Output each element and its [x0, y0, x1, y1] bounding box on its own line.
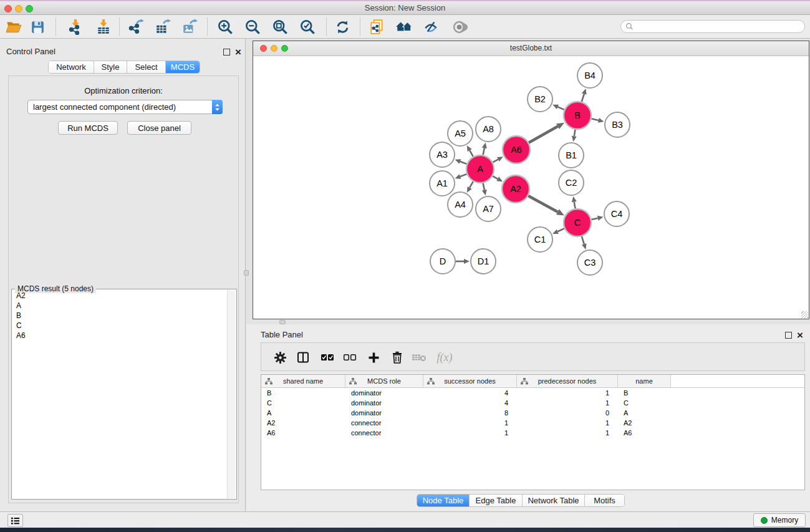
edge-A-A1[interactable]: [460, 174, 466, 177]
result-item[interactable]: A: [12, 301, 226, 311]
edge-C-C3[interactable]: [582, 236, 584, 244]
edge-A-A6[interactable]: [493, 160, 498, 163]
minimize-network-window-button[interactable]: [271, 45, 277, 52]
memory-button[interactable]: Memory: [753, 513, 806, 527]
unselect-all-button[interactable]: [340, 348, 359, 367]
network-canvas[interactable]: B4B2BB3A5A8A6A3B1AA1C2A2A4A7C4CC1C3DD1: [253, 56, 809, 319]
edge-B-B3[interactable]: [591, 118, 598, 120]
run-mcds-button[interactable]: Run MCDS: [58, 121, 118, 135]
close-table-panel-button[interactable]: ×: [797, 330, 803, 341]
add-column-button[interactable]: [364, 348, 383, 367]
close-panel-button[interactable]: ×: [235, 47, 241, 58]
new-session-from-network-button[interactable]: [367, 17, 388, 37]
column-header-name[interactable]: name: [618, 375, 671, 387]
node-table[interactable]: shared nameMCDS rolesuccessor nodesprede…: [261, 374, 805, 490]
tab-select[interactable]: Select: [127, 61, 166, 73]
edge-A6-B[interactable]: [529, 127, 558, 143]
close-panel-action-button[interactable]: Close panel: [127, 121, 191, 135]
hide-graphics-details-button[interactable]: [420, 17, 441, 37]
tab-network-table[interactable]: Network Table: [523, 495, 585, 506]
edge-B-B4[interactable]: [582, 94, 584, 102]
resize-grip-icon[interactable]: [801, 311, 808, 318]
zoom-selected-button[interactable]: [297, 17, 318, 37]
edge-C-C4[interactable]: [591, 218, 597, 220]
delete-column-button[interactable]: [388, 348, 407, 367]
edge-A-A8[interactable]: [483, 148, 485, 155]
result-item[interactable]: B: [12, 311, 226, 321]
float-panel-button[interactable]: [223, 47, 230, 58]
zoom-out-button[interactable]: [242, 17, 263, 37]
select-all-button[interactable]: [318, 348, 337, 367]
result-item[interactable]: C: [12, 321, 226, 331]
close-network-window-button[interactable]: [260, 45, 267, 52]
tab-mcds[interactable]: MCDS: [166, 61, 200, 73]
refresh-button[interactable]: [332, 17, 353, 37]
edge-A-A5[interactable]: [470, 150, 473, 157]
arrowhead-icon: [582, 89, 587, 95]
tab-edge-table[interactable]: Edge Table: [470, 495, 523, 506]
search-input[interactable]: [636, 22, 804, 31]
table-row[interactable]: Cdominator41C: [261, 398, 804, 408]
cell-successor-nodes: 8: [423, 409, 517, 417]
open-session-button[interactable]: [3, 17, 24, 37]
horizontal-splitter-grip[interactable]: [279, 320, 286, 324]
save-session-button[interactable]: [27, 17, 48, 37]
table-row[interactable]: A2connector11A2: [261, 418, 804, 428]
tab-motifs[interactable]: Motifs: [585, 495, 624, 506]
minimize-window-button[interactable]: [15, 5, 22, 12]
column-header-MCDS-role[interactable]: MCDS role: [345, 375, 423, 387]
zoom-fit-button[interactable]: [269, 17, 291, 37]
network-window-titlebar[interactable]: testGlobe.txt: [253, 41, 809, 56]
edge-A-A3[interactable]: [460, 162, 466, 164]
mcds-result-list[interactable]: A2ABCA6: [12, 291, 226, 498]
result-scrollbar[interactable]: [227, 290, 236, 498]
export-image-button[interactable]: [179, 17, 200, 37]
destroy-table-button[interactable]: [410, 348, 428, 367]
tab-node-table[interactable]: Node Table: [417, 495, 470, 506]
table-row[interactable]: A6connector11A6: [261, 428, 804, 438]
vertical-splitter-grip[interactable]: [244, 270, 249, 276]
show-hide-button[interactable]: [448, 17, 470, 37]
edge-C-C2[interactable]: [574, 202, 576, 209]
home-button[interactable]: [393, 17, 415, 37]
arrowhead-icon: [598, 118, 604, 123]
edge-B-B2[interactable]: [557, 107, 564, 110]
edge-B-B1[interactable]: [574, 130, 576, 137]
edge-C-C1[interactable]: [557, 228, 564, 231]
search-box[interactable]: [620, 20, 805, 33]
zoom-network-window-button[interactable]: [281, 45, 288, 52]
tab-network[interactable]: Network: [49, 61, 94, 73]
table-settings-button[interactable]: [271, 348, 289, 367]
import-table-button[interactable]: [93, 17, 114, 37]
float-icon: [785, 332, 792, 339]
column-header-shared-name[interactable]: shared name: [261, 375, 345, 387]
edge-A2-C[interactable]: [528, 196, 557, 212]
criterion-dropdown[interactable]: largest connected component (directed): [27, 100, 223, 114]
import-network-button[interactable]: [65, 17, 86, 37]
export-network-button[interactable]: [125, 17, 147, 37]
list-icon: [10, 516, 21, 526]
column-header-predecessor-nodes[interactable]: predecessor nodes: [517, 375, 618, 387]
memory-status-icon: [761, 517, 768, 524]
node-label-C2: C2: [566, 178, 577, 188]
table-row[interactable]: Bdominator41B: [261, 388, 804, 398]
table-row[interactable]: Adominator80A: [261, 408, 804, 418]
network-list-button[interactable]: [7, 514, 23, 527]
zoom-in-button[interactable]: [215, 17, 236, 37]
close-window-button[interactable]: [4, 5, 12, 12]
show-column-button[interactable]: [294, 348, 312, 367]
edge-A-A7[interactable]: [483, 183, 485, 190]
node-label-A5: A5: [455, 128, 466, 138]
edge-A-A4[interactable]: [470, 181, 473, 188]
result-item[interactable]: A2: [12, 291, 226, 301]
float-table-panel-button[interactable]: [785, 330, 792, 341]
status-bar: Memory: [0, 511, 810, 529]
zoom-window-button[interactable]: [26, 5, 33, 12]
main-titlebar: Session: New Session: [0, 1, 810, 15]
export-table-button[interactable]: [152, 17, 173, 37]
edge-A-A2[interactable]: [493, 176, 498, 179]
function-builder-button[interactable]: f(x): [433, 348, 456, 367]
column-header-successor-nodes[interactable]: successor nodes: [423, 375, 517, 387]
result-item[interactable]: A6: [12, 331, 226, 341]
tab-style[interactable]: Style: [94, 61, 127, 73]
